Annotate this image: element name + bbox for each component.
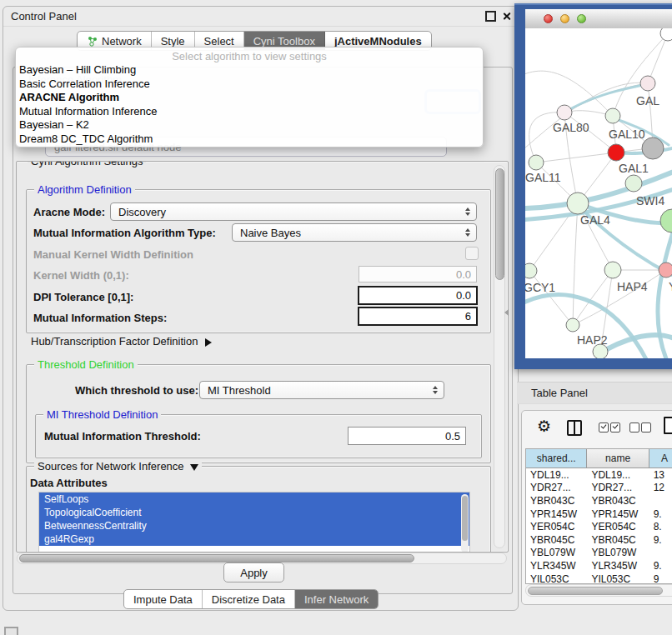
dpi-tolerance-label: DPI Tolerance [0,1]: — [33, 291, 133, 303]
scrollbar-thumb[interactable] — [528, 587, 663, 595]
scrollbar-thumb[interactable] — [495, 168, 504, 280]
network-node-gal4[interactable] — [567, 192, 589, 214]
table-row[interactable]: YDL19...YDL19...13 — [526, 468, 672, 482]
node-label-gal10: GAL10 — [609, 128, 645, 141]
network-node[interactable] — [642, 138, 664, 159]
close-icon[interactable] — [502, 12, 511, 21]
mi-threshold-group: MI Threshold Definition Mutual Informati… — [35, 414, 482, 458]
network-node-gal1[interactable] — [608, 144, 624, 161]
table-header-row: shared...nameA — [526, 449, 672, 468]
network-node-hap2[interactable] — [566, 318, 579, 332]
column-header-a[interactable]: A — [649, 449, 672, 468]
table-row[interactable]: YBL079WYBL079W — [526, 547, 672, 560]
network-node[interactable] — [660, 28, 672, 41]
mi-type-label: Mutual Information Algorithm Type: — [33, 227, 216, 239]
attribute-item-topologicalcoefficient[interactable]: TopologicalCoefficient — [39, 506, 469, 519]
list-scrollbar[interactable] — [461, 494, 469, 552]
panel-grip-icon[interactable] — [4, 627, 18, 635]
threshold-definition-group: Threshold Definition Which threshold to … — [26, 364, 491, 463]
algorithm-item-bayesian-hill-climbing[interactable]: Bayesian – Hill Climbing — [16, 63, 483, 78]
kernel-width-field[interactable]: 0.0 — [359, 266, 477, 282]
window-close-button[interactable] — [544, 14, 553, 23]
network-node-hap4[interactable] — [604, 262, 621, 278]
node-label-swi4: SWI4 — [636, 194, 664, 208]
mi-type-value: Naive Bayes — [240, 227, 301, 239]
column-header-name[interactable]: name — [587, 449, 649, 468]
network-node-gal11[interactable] — [529, 155, 544, 170]
sources-group: Sources for Network Inference Data Attri… — [26, 466, 491, 552]
document-icon[interactable] — [664, 417, 672, 434]
attribute-item-selfloops[interactable]: SelfLoops — [39, 492, 469, 506]
algorithm-item-aracne-algorithm[interactable]: ARACNE Algorithm — [16, 91, 483, 105]
kernel-width-value: 0.0 — [456, 268, 471, 281]
sources-title: Sources for Network Inference — [38, 460, 184, 472]
apply-button[interactable]: Apply — [223, 562, 284, 582]
checked-checkbox-icon[interactable] — [599, 422, 609, 432]
network-window-titlebar[interactable] — [525, 9, 672, 29]
network-node-y[interactable] — [659, 262, 672, 278]
network-node-swi4[interactable] — [625, 175, 642, 192]
mi-type-combo[interactable]: Naive Bayes — [232, 223, 477, 242]
mi-threshold-field[interactable]: 0.5 — [348, 427, 466, 445]
control-panel-titlebar[interactable]: Control Panel — [3, 7, 518, 27]
table-horizontal-scrollbar[interactable] — [525, 584, 672, 597]
table-row[interactable]: YBR043CYBR043C — [526, 494, 672, 508]
which-threshold-combo[interactable]: MI Threshold — [199, 381, 444, 399]
hub-definition-toggle[interactable]: Hub/Transcription Factor Definition — [31, 335, 212, 348]
node-label-gal: GAL — [636, 94, 659, 108]
network-view-window[interactable]: GALGAL80GAL10GAL1GAL11SWI4GAL4GCY1HAP4YH… — [514, 3, 672, 369]
stepper-icon — [465, 208, 470, 216]
table-row[interactable]: YPR145WYPR145W9. — [526, 508, 672, 521]
table-row[interactable]: YER054CYER054C8. — [526, 520, 672, 533]
data-attributes-list[interactable]: SelfLoopsTopologicalCoefficientBetweenne… — [38, 492, 470, 552]
algorithm-item-basic-correlation-inference[interactable]: Basic Correlation Inference — [16, 78, 483, 92]
table-row[interactable]: YDR27...YDR27...12 — [526, 482, 672, 495]
attribute-item-betweennesscentrality[interactable]: BetweennessCentrality — [39, 519, 469, 532]
manual-kernel-checkbox[interactable] — [465, 247, 479, 260]
algorithm-popup-list: Bayesian – Hill ClimbingBasic Correlatio… — [16, 63, 483, 146]
algorithm-popup: Select algorithm to view settings Bayesi… — [15, 47, 484, 148]
table-row[interactable]: YIL053CYIL053C9 — [526, 572, 672, 584]
attribute-item-gal4rgexp[interactable]: gal4RGexp — [39, 532, 469, 546]
network-node-gcy1[interactable] — [525, 263, 537, 278]
table-panel-titlebar[interactable]: Table Panel — [517, 382, 672, 404]
column-header-shared[interactable]: shared... — [526, 449, 587, 468]
network-canvas[interactable]: GALGAL80GAL10GAL1GAL11SWI4GAL4GCY1HAP4YH… — [525, 28, 672, 358]
unchecked-checkbox-icon[interactable] — [641, 422, 651, 432]
mi-steps-field[interactable]: 6 — [358, 307, 478, 326]
algorithm-item-bayesian-k2[interactable]: Bayesian – K2 — [16, 118, 483, 132]
bottom-tab-discretize-data[interactable]: Discretize Data — [203, 590, 295, 608]
table-row[interactable]: YLR345WYLR345W9. — [526, 559, 672, 572]
table-row[interactable]: YBR045CYBR045C9. — [526, 533, 672, 547]
panel-divider-handle-icon[interactable] — [504, 309, 509, 316]
network-node-gal10[interactable] — [605, 108, 620, 123]
network-node[interactable] — [593, 344, 608, 358]
network-node-gal80[interactable] — [557, 105, 572, 120]
algorithm-item-mutual-information-inference[interactable]: Mutual Information Inference — [16, 105, 483, 119]
float-icon[interactable] — [485, 11, 496, 22]
gear-icon[interactable]: ⚙ — [537, 418, 551, 434]
dpi-tolerance-field[interactable]: 0.0 — [358, 286, 478, 305]
table-cell: YLR345W — [587, 560, 649, 572]
table-cell: YBL079W — [587, 547, 649, 558]
bottom-tab-impute-data-label: Impute Data — [133, 593, 193, 606]
algorithm-item-dream8-dc-tdc-algorithm[interactable]: Dream8 DC_TDC Algorithm — [16, 132, 483, 147]
network-node-gal[interactable] — [640, 76, 655, 91]
sources-title-toggle[interactable]: Sources for Network Inference — [34, 460, 202, 472]
stepper-icon — [465, 228, 470, 237]
aracne-mode-combo[interactable]: Discovery — [110, 202, 477, 221]
checked-checkbox-icon[interactable] — [610, 422, 620, 432]
scrollbar-thumb[interactable] — [19, 554, 414, 562]
settings-vertical-scrollbar[interactable] — [494, 165, 505, 548]
window-minimize-button[interactable] — [560, 14, 569, 23]
unchecked-checkbox-icon[interactable] — [629, 422, 639, 432]
node-label-gal4: GAL4 — [580, 213, 610, 227]
control-panel-title: Control Panel — [11, 10, 77, 22]
bottom-tab-infer-network[interactable]: Infer Network — [295, 590, 378, 608]
table-cell: 9. — [649, 508, 672, 520]
bottom-tab-impute-data[interactable]: Impute Data — [124, 590, 203, 608]
column-view-icon[interactable] — [567, 420, 582, 436]
window-zoom-button[interactable] — [577, 14, 586, 23]
cyni-algorithm-settings-group: Cyni Algorithm Settings Algorithm Defini… — [16, 161, 509, 552]
network-node[interactable] — [660, 209, 672, 232]
